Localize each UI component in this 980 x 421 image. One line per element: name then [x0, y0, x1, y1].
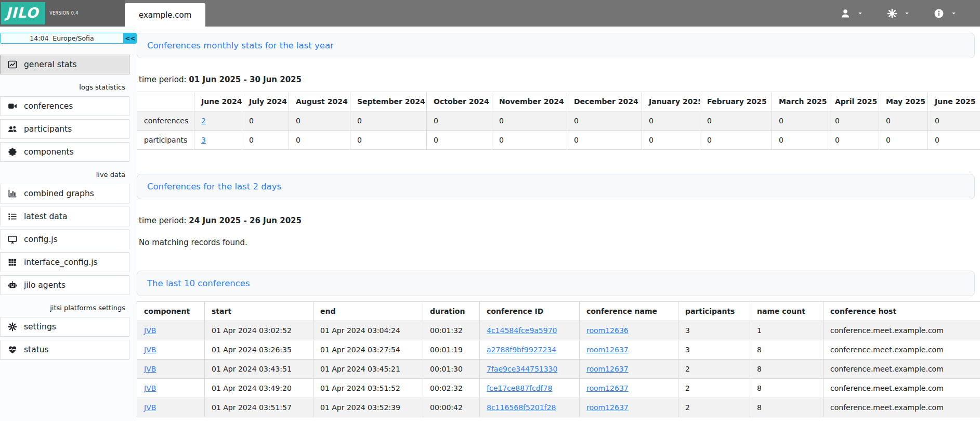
sidebar-item-label: conferences [24, 101, 73, 111]
sidebar-item-settings[interactable]: settings [0, 317, 129, 337]
table-cell: 00:00:42 [423, 398, 480, 417]
table-cell: 7fae9ce344751330 [480, 360, 580, 379]
app-logo[interactable]: JILO [1, 2, 45, 24]
table-link[interactable]: room12637 [586, 346, 629, 354]
chart-line-icon [8, 60, 17, 69]
tab-example-com[interactable]: example.com [125, 3, 205, 27]
table-cell: 01 Apr 2024 03:02:52 [205, 321, 313, 340]
sidebar-item-components[interactable]: components [0, 142, 129, 162]
table-link[interactable]: JVB [144, 365, 156, 373]
table-cell: conference.meet.example.com [824, 360, 980, 379]
table-row: JVB01 Apr 2024 03:49:2001 Apr 2024 03:51… [137, 379, 980, 398]
table-cell: room12637 [580, 379, 678, 398]
table-cell: 0 [350, 111, 427, 131]
info-icon [934, 8, 944, 19]
topbar: JILO VERSION 0.4 example.com [0, 0, 980, 27]
sidebar-item-conferences[interactable]: conferences [0, 96, 129, 116]
gear-icon [8, 322, 17, 331]
table-link[interactable]: JVB [144, 403, 156, 412]
table-cell: 00:01:19 [423, 340, 480, 360]
sidebar-nav: general statslogs statisticsconferencesp… [0, 55, 137, 360]
column-header: August 2024 [289, 92, 350, 111]
clock-display: 14:04 Europe/Sofia [0, 33, 124, 44]
table-link[interactable]: 7fae9ce344751330 [487, 365, 557, 373]
table-cell: 01 Apr 2024 03:51:52 [313, 379, 423, 398]
table-cell: 3 [194, 131, 242, 150]
table-cell: fce17ce887fcdf78 [480, 379, 580, 398]
column-header: June 2025 [928, 92, 980, 111]
table-cell: 0 [242, 111, 289, 131]
table-cell: 8 [750, 360, 824, 379]
table-link[interactable]: 2 [201, 117, 206, 125]
table-row: conferences2000000000000 [137, 111, 980, 131]
sidebar-item-combined-graphs[interactable]: combined graphs [0, 184, 129, 203]
user-icon [840, 8, 851, 19]
table-cell: 0 [772, 111, 828, 131]
column-header: component [137, 302, 205, 321]
users-icon [8, 124, 17, 134]
card-header-last-2-days[interactable]: Conferences for the last 2 days [137, 174, 975, 199]
sidebar-section-label: live data [0, 165, 137, 184]
column-header: end [313, 302, 423, 321]
table-link[interactable]: room12637 [586, 403, 629, 412]
table-link[interactable]: JVB [144, 326, 156, 335]
table-link[interactable]: a2788f9bf9927234 [487, 346, 556, 354]
table-cell: 0 [700, 131, 772, 150]
table-row: JVB01 Apr 2024 03:43:5101 Apr 2024 03:45… [137, 360, 980, 379]
section-last-2-days: Conferences for the last 2 days time per… [137, 174, 980, 247]
sidebar-item-general-stats[interactable]: general stats [0, 55, 129, 74]
info-menu[interactable] [934, 8, 957, 19]
table-link[interactable]: 8c116568f5201f28 [487, 403, 556, 412]
list-icon [8, 212, 17, 221]
table-cell: room12637 [580, 360, 678, 379]
table-cell: 01 Apr 2024 03:52:39 [313, 398, 423, 417]
table-link[interactable]: 3 [201, 136, 206, 144]
sidebar-item-label: participants [24, 124, 72, 134]
user-menu[interactable] [840, 8, 863, 19]
column-header: December 2024 [567, 92, 642, 111]
monthly-stats-table: June 2024July 2024August 2024September 2… [137, 92, 980, 150]
video-icon [8, 101, 17, 111]
sidebar-item-latest-data[interactable]: latest data [0, 207, 129, 226]
table-link[interactable]: room12636 [586, 326, 629, 335]
table-cell: 01 Apr 2024 03:26:35 [205, 340, 313, 360]
table-cell: conference.meet.example.com [824, 379, 980, 398]
sidebar-item-interface-config-js[interactable]: interface_config.js [0, 252, 129, 272]
topbar-brand-area: JILO VERSION 0.4 [0, 0, 125, 27]
time-period: time period: 24 Jun 2025 - 26 Jun 2025 [139, 216, 980, 225]
sidebar-item-jilo-agents[interactable]: jilo agents [0, 275, 129, 295]
table-cell: 8 [750, 379, 824, 398]
table-row: participants3000000000000 [137, 131, 980, 150]
sidebar-collapse-button[interactable]: << [124, 33, 137, 44]
table-link[interactable]: fce17ce887fcdf78 [487, 384, 552, 392]
card-header-last-10-conferences[interactable]: The last 10 conferences [137, 271, 975, 296]
clock-time: 14:04 [30, 34, 48, 42]
table-link[interactable]: room12637 [586, 384, 629, 392]
table-cell: conference.meet.example.com [824, 398, 980, 417]
table-link[interactable]: JVB [144, 384, 156, 392]
sidebar-item-config-js[interactable]: config.js [0, 229, 129, 249]
table-cell: 0 [928, 131, 980, 150]
table-cell: 0 [242, 131, 289, 150]
table-cell: 8 [750, 340, 824, 360]
tab-label: example.com [139, 10, 191, 20]
sidebar-item-participants[interactable]: participants [0, 119, 129, 139]
time-period-value: 24 Jun 2025 - 26 Jun 2025 [189, 216, 302, 225]
section-last-10-conferences: The last 10 conferences componentstarten… [137, 271, 980, 417]
table-cell: 01 Apr 2024 03:43:51 [205, 360, 313, 379]
card-header-monthly-stats[interactable]: Conferences monthly stats for the last y… [137, 33, 975, 58]
table-link[interactable]: room12637 [586, 365, 629, 373]
table-cell: 0 [828, 131, 879, 150]
card-title: Conferences for the last 2 days [147, 182, 281, 192]
column-header: conference ID [480, 302, 580, 321]
empty-message: No matching records found. [139, 238, 980, 247]
column-header: start [205, 302, 313, 321]
table-link[interactable]: JVB [144, 346, 156, 354]
table-cell: 01 Apr 2024 03:49:20 [205, 379, 313, 398]
table-cell: 0 [492, 111, 567, 131]
sidebar-item-status[interactable]: status [0, 340, 129, 360]
table-clip: June 2024July 2024August 2024September 2… [137, 84, 980, 150]
table-link[interactable]: 4c14584fce9a5970 [487, 326, 557, 335]
settings-menu[interactable] [887, 8, 910, 19]
table-cell: JVB [137, 398, 205, 417]
